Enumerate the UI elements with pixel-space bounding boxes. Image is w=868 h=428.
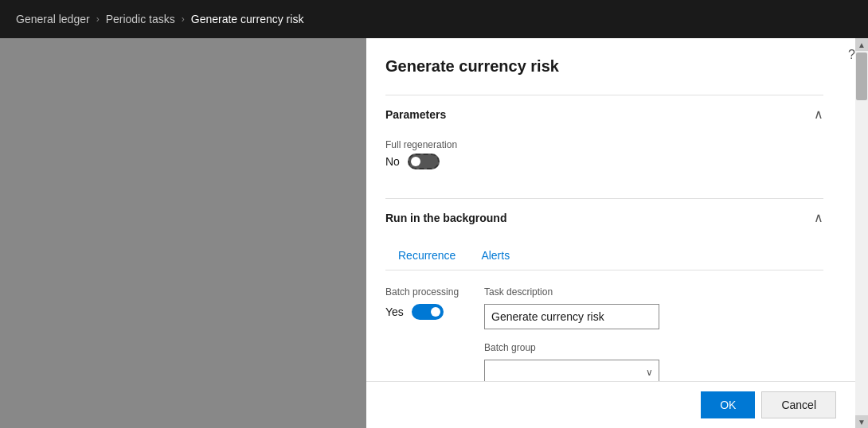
left-panel — [0, 38, 366, 428]
task-description-col: Task description — [484, 286, 659, 329]
batch-processing-toggle[interactable] — [412, 304, 444, 320]
scrollbar[interactable]: ▲ ▼ — [855, 38, 868, 428]
task-description-label: Task description — [484, 286, 659, 298]
run-in-background-section-header[interactable]: Run in the background ∧ — [385, 199, 823, 236]
full-regeneration-value-label: No — [385, 155, 400, 168]
batch-processing-col: Batch processing Yes — [385, 286, 459, 320]
parameters-chevron-icon: ∧ — [814, 107, 823, 122]
run-in-background-section-body: Recurrence Alerts Batch processing Yes — [385, 236, 823, 381]
full-regeneration-label: Full regeneration — [385, 139, 823, 150]
batch-processing-value-label: Yes — [385, 305, 404, 318]
breadcrumb-separator-1: › — [96, 14, 100, 25]
batch-group-select[interactable] — [484, 360, 659, 381]
full-regeneration-field: Full regeneration No — [385, 139, 823, 169]
breadcrumb-item-generate-currency-risk: Generate currency risk — [191, 13, 304, 25]
cancel-button[interactable]: Cancel — [761, 391, 836, 418]
tab-bar: Recurrence Alerts — [385, 243, 823, 270]
run-in-background-section-title: Run in the background — [385, 212, 506, 224]
parameters-section-body: Full regeneration No — [385, 133, 823, 198]
breadcrumb-item-periodic-tasks[interactable]: Periodic tasks — [106, 13, 175, 25]
scroll-down-button[interactable]: ▼ — [855, 415, 868, 428]
batch-group-label: Batch group — [484, 342, 659, 353]
parameters-section: Parameters ∧ Full regeneration No — [385, 95, 823, 198]
run-in-background-chevron-icon: ∧ — [814, 210, 823, 225]
batch-processing-label: Batch processing — [385, 286, 459, 298]
batch-processing-toggle-container: Yes — [385, 304, 459, 320]
full-regeneration-toggle[interactable] — [408, 154, 440, 169]
main-layout: ? ▲ ▼ Generate currency risk Parameters … — [0, 38, 868, 428]
batch-group-select-wrapper: ∨ — [484, 360, 659, 381]
parameters-section-header[interactable]: Parameters ∧ — [385, 95, 823, 133]
breadcrumb-bar: General ledger › Periodic tasks › Genera… — [0, 0, 868, 38]
batch-group-col-2: Batch group ∨ — [484, 342, 659, 381]
ok-button[interactable]: OK — [701, 391, 755, 418]
breadcrumb-separator-2: › — [182, 14, 185, 25]
batch-row: Batch processing Yes Task description — [385, 286, 823, 329]
full-regeneration-toggle-container: No — [385, 154, 823, 169]
task-description-input[interactable] — [484, 304, 659, 329]
dialog-footer: OK Cancel — [366, 381, 868, 428]
dialog-content: Generate currency risk Parameters ∧ Full… — [366, 38, 855, 381]
breadcrumb-item-general-ledger[interactable]: General ledger — [16, 13, 90, 25]
scroll-thumb[interactable] — [856, 53, 867, 100]
help-icon[interactable]: ? — [848, 48, 855, 62]
scroll-up-button[interactable]: ▲ — [855, 38, 868, 51]
tab-alerts[interactable]: Alerts — [468, 243, 522, 270]
batch-group-wrapper: Batch group ∨ — [385, 342, 823, 381]
run-in-background-section: Run in the background ∧ Recurrence Alert… — [385, 198, 823, 381]
batch-processing-toggle-knob — [431, 307, 440, 317]
dialog-title: Generate currency risk — [385, 57, 823, 76]
tab-recurrence[interactable]: Recurrence — [385, 243, 468, 270]
dialog-panel: ? ▲ ▼ Generate currency risk Parameters … — [366, 38, 868, 428]
parameters-section-title: Parameters — [385, 108, 446, 121]
full-regeneration-toggle-knob — [411, 157, 420, 166]
